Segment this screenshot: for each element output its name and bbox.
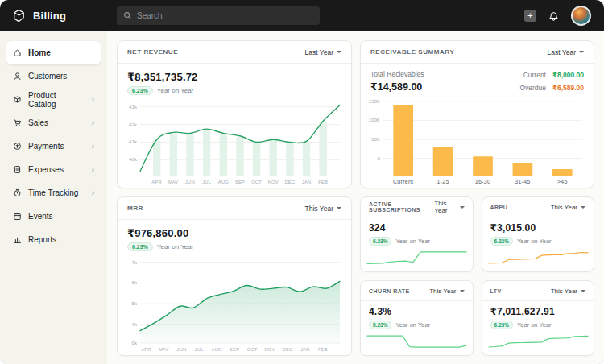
receivable-period-dropdown[interactable]: Last Year [548,48,584,56]
svg-text:JUN: JUN [176,347,186,352]
svg-text:>45: >45 [557,179,568,184]
svg-text:1-25: 1-25 [437,179,449,184]
svg-text:DEC: DEC [284,180,295,184]
ltv-period-dropdown[interactable]: This Year [551,287,585,295]
svg-text:16-30: 16-30 [475,179,490,184]
billing-app-window: Billing Search + Home [0,0,604,364]
svg-text:AUG: AUG [218,180,230,184]
sidebar-item-expenses[interactable]: Expenses › [6,158,101,181]
sidebar-item-product-catalog[interactable]: Product Catalog › [6,88,101,111]
sidebar-item-home[interactable]: Home [6,41,101,64]
card-churn-rate: CHURN RATE This Year 4.3% 5.23% Year on … [360,280,474,356]
card-active-subscriptions: ACTIVE SUBSCRIPTIONS This Year 324 6.23%… [360,196,474,272]
receivable-breakdown: Current ₹8,000.00 Overdue ₹6,589.00 [519,70,584,93]
mrr-period-dropdown[interactable]: This Year [305,205,341,213]
reports-icon [13,235,22,244]
total-receivables: Total Recievables ₹14,589.00 [370,70,424,93]
svg-text:150K: 150K [369,98,381,104]
search-input[interactable]: Search [117,6,320,25]
chevron-down-icon [581,290,585,292]
card-net-revenue: NET REVENUE Last Year ₹8,351,735.72 6.23… [117,40,352,188]
yoy-label: Year on Year [157,87,194,94]
overdue-value: ₹6,589.00 [552,84,584,92]
sidebar-item-reports[interactable]: Reports [6,228,101,251]
svg-text:MAY: MAY [159,347,169,352]
dashboard: NET REVENUE Last Year ₹8,351,735.72 6.23… [107,31,604,364]
sales-cart-icon [13,118,22,127]
topbar-actions: + [524,6,591,26]
sidebar-item-time-tracking[interactable]: Time Tracking › [6,181,101,205]
active-subscriptions-value: 324 [369,222,465,234]
mrr-value: ₹976,860.00 [127,227,341,239]
svg-text:50K: 50K [371,136,381,142]
svg-text:JAN: JAN [300,347,310,352]
chevron-down-icon [337,207,341,209]
current-label: Current [519,71,546,79]
notifications-bell-icon[interactable] [548,10,560,22]
svg-text:100K: 100K [369,117,381,122]
svg-text:AUG: AUG [212,347,223,352]
yoy-badge: 6.23% [127,242,153,251]
yoy-badge: 6.22% [490,237,513,246]
net-revenue-chart: 43k42k41k40kAPRMAYJUNJULAUGSEPOCTNOVDECJ… [119,97,348,188]
chevron-right-icon: › [92,189,94,197]
svg-text:31-45: 31-45 [515,179,530,184]
svg-text:FEB: FEB [318,180,328,184]
chevron-right-icon: › [92,166,94,174]
yoy-badge: 5.23% [369,321,391,329]
search-icon [123,11,132,20]
yoy-label: Year on Year [395,321,430,329]
chevron-down-icon [581,206,585,209]
chevron-down-icon [337,51,341,53]
ltv-sparkline [484,330,593,356]
card-receivable-summary: RECEIVABLE SUMMARY Last Year Total Recie… [360,40,594,188]
svg-text:42k: 42k [129,122,138,127]
svg-text:5k: 5k [131,300,137,306]
events-calendar-icon [13,212,22,221]
svg-text:7k: 7k [131,259,137,265]
svg-text:4k: 4k [131,321,137,327]
mrr-chart: 7k6k5k4k0kAPRMAYJUNJULAUGSEPOCTNOVDECJAN… [119,253,348,356]
time-tracking-icon [13,188,22,197]
search-placeholder: Search [137,11,163,20]
svg-text:0k: 0k [131,340,137,345]
ltv-value: ₹7,011,627.91 [490,306,586,317]
card-ltv: LTV This Year ₹7,011,627.91 6.23% Year o… [482,280,595,356]
active-subscriptions-sparkline [362,246,471,272]
svg-text:Current: Current [393,179,413,184]
card-arpu: ARPU This Year ₹3,015.00 6.22% Year on Y… [482,196,595,272]
receivables-ageing-chart: 150K100K50K0Current1-2516-3031-45>45 [362,94,590,188]
arpu-period-dropdown[interactable]: This Year [551,204,585,211]
svg-text:MAY: MAY [168,180,179,184]
chevron-right-icon: › [92,143,94,151]
churn-rate-title: CHURN RATE [369,288,410,294]
svg-text:0: 0 [378,155,381,161]
active-subscriptions-period-dropdown[interactable]: This Year [434,200,464,214]
quick-add-button[interactable]: + [524,10,536,22]
kpi-grid: ACTIVE SUBSCRIPTIONS This Year 324 6.23%… [360,196,594,356]
arpu-sparkline [484,246,593,272]
yoy-label: Year on Year [395,238,430,245]
sidebar-item-customers[interactable]: Customers [6,64,101,88]
topbar: Billing Search + [0,0,604,31]
user-avatar[interactable] [571,6,591,26]
sidebar-item-payments[interactable]: Payments › [6,134,101,158]
chevron-right-icon: › [92,96,94,104]
svg-text:JUL: JUL [202,180,212,184]
svg-text:DEC: DEC [283,347,293,352]
current-value: ₹8,000.00 [552,71,584,79]
yoy-label: Year on Year [517,321,552,329]
app-title: Billing [33,10,66,22]
churn-rate-period-dropdown[interactable]: This Year [429,287,464,295]
customers-icon [13,72,22,81]
sidebar-item-sales[interactable]: Sales › [6,111,101,134]
sidebar-item-events[interactable]: Events [6,205,101,228]
sidebar: Home Customers Product Catalog › Sales ›… [0,31,107,364]
total-receivables-value: ₹14,589.00 [370,81,424,93]
yoy-badge: 6.23% [369,237,391,246]
chevron-down-icon [579,51,584,53]
net-revenue-period-dropdown[interactable]: Last Year [305,48,341,56]
churn-rate-value: 4.3% [369,306,465,317]
svg-text:OCT: OCT [251,180,262,184]
arpu-value: ₹3,015.00 [490,222,586,234]
